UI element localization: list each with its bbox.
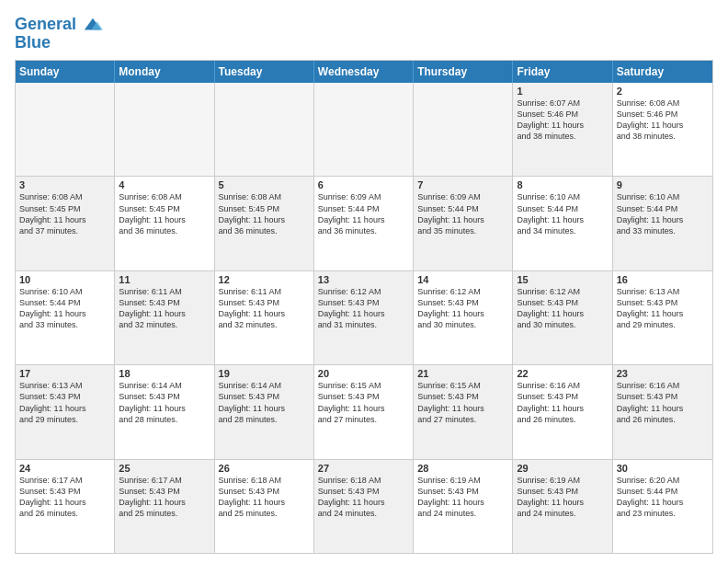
day-number: 15 xyxy=(517,274,608,285)
day-number: 19 xyxy=(219,368,310,379)
calendar-cell: 15Sunrise: 6:12 AM Sunset: 5:43 PM Dayli… xyxy=(513,271,612,364)
day-number: 13 xyxy=(318,274,409,285)
calendar-cell: 27Sunrise: 6:18 AM Sunset: 5:43 PM Dayli… xyxy=(314,460,414,553)
calendar-body: 1Sunrise: 6:07 AM Sunset: 5:46 PM Daylig… xyxy=(16,83,712,553)
calendar-cell: 26Sunrise: 6:18 AM Sunset: 5:43 PM Dayli… xyxy=(215,460,314,553)
day-info: Sunrise: 6:19 AM Sunset: 5:43 PM Dayligh… xyxy=(517,475,608,520)
day-number: 26 xyxy=(219,463,310,474)
calendar-cell: 20Sunrise: 6:15 AM Sunset: 5:43 PM Dayli… xyxy=(314,365,414,458)
day-number: 8 xyxy=(517,179,608,190)
calendar-cell: 17Sunrise: 6:13 AM Sunset: 5:43 PM Dayli… xyxy=(16,365,115,458)
calendar-cell: 2Sunrise: 6:08 AM Sunset: 5:46 PM Daylig… xyxy=(613,83,712,176)
day-info: Sunrise: 6:17 AM Sunset: 5:43 PM Dayligh… xyxy=(19,475,110,520)
header-cell-tuesday: Tuesday xyxy=(215,61,314,83)
calendar-cell: 9Sunrise: 6:10 AM Sunset: 5:44 PM Daylig… xyxy=(613,177,712,270)
calendar-cell: 3Sunrise: 6:08 AM Sunset: 5:45 PM Daylig… xyxy=(16,177,115,270)
calendar-row-4: 17Sunrise: 6:13 AM Sunset: 5:43 PM Dayli… xyxy=(16,365,712,459)
header: General Blue xyxy=(15,11,713,52)
day-info: Sunrise: 6:12 AM Sunset: 5:43 PM Dayligh… xyxy=(517,286,608,331)
calendar-cell: 19Sunrise: 6:14 AM Sunset: 5:43 PM Dayli… xyxy=(215,365,314,458)
day-number: 30 xyxy=(617,463,709,474)
calendar-cell: 7Sunrise: 6:09 AM Sunset: 5:44 PM Daylig… xyxy=(414,177,513,270)
logo-blue: Blue xyxy=(15,33,103,52)
calendar-cell: 4Sunrise: 6:08 AM Sunset: 5:45 PM Daylig… xyxy=(115,177,214,270)
calendar-cell: 6Sunrise: 6:09 AM Sunset: 5:44 PM Daylig… xyxy=(314,177,414,270)
calendar-cell: 5Sunrise: 6:08 AM Sunset: 5:45 PM Daylig… xyxy=(215,177,314,270)
day-number: 22 xyxy=(517,368,608,379)
calendar-cell: 25Sunrise: 6:17 AM Sunset: 5:43 PM Dayli… xyxy=(115,460,214,553)
calendar-cell: 23Sunrise: 6:16 AM Sunset: 5:43 PM Dayli… xyxy=(613,365,712,458)
calendar-cell xyxy=(115,83,214,176)
header-cell-wednesday: Wednesday xyxy=(314,61,414,83)
day-info: Sunrise: 6:12 AM Sunset: 5:43 PM Dayligh… xyxy=(318,286,409,331)
day-info: Sunrise: 6:08 AM Sunset: 5:46 PM Dayligh… xyxy=(617,98,709,143)
day-info: Sunrise: 6:08 AM Sunset: 5:45 PM Dayligh… xyxy=(119,191,210,236)
calendar-row-5: 24Sunrise: 6:17 AM Sunset: 5:43 PM Dayli… xyxy=(16,460,712,553)
calendar-cell: 30Sunrise: 6:20 AM Sunset: 5:44 PM Dayli… xyxy=(613,460,712,553)
day-info: Sunrise: 6:19 AM Sunset: 5:43 PM Dayligh… xyxy=(417,475,508,520)
calendar-cell: 29Sunrise: 6:19 AM Sunset: 5:43 PM Dayli… xyxy=(513,460,612,553)
logo-text: General xyxy=(15,15,103,35)
calendar-cell: 10Sunrise: 6:10 AM Sunset: 5:44 PM Dayli… xyxy=(16,271,115,364)
day-info: Sunrise: 6:15 AM Sunset: 5:43 PM Dayligh… xyxy=(417,380,508,425)
calendar-cell: 11Sunrise: 6:11 AM Sunset: 5:43 PM Dayli… xyxy=(115,271,214,364)
day-number: 29 xyxy=(517,463,608,474)
calendar-header: SundayMondayTuesdayWednesdayThursdayFrid… xyxy=(16,61,712,83)
day-number: 17 xyxy=(19,368,110,379)
day-info: Sunrise: 6:18 AM Sunset: 5:43 PM Dayligh… xyxy=(219,475,310,520)
header-cell-sunday: Sunday xyxy=(16,61,115,83)
day-number: 28 xyxy=(417,463,508,474)
logo: General Blue xyxy=(15,15,103,52)
day-info: Sunrise: 6:08 AM Sunset: 5:45 PM Dayligh… xyxy=(219,191,310,236)
calendar-cell xyxy=(414,83,513,176)
day-info: Sunrise: 6:13 AM Sunset: 5:43 PM Dayligh… xyxy=(19,380,110,425)
day-info: Sunrise: 6:12 AM Sunset: 5:43 PM Dayligh… xyxy=(417,286,508,331)
calendar-cell: 21Sunrise: 6:15 AM Sunset: 5:43 PM Dayli… xyxy=(414,365,513,458)
day-info: Sunrise: 6:11 AM Sunset: 5:43 PM Dayligh… xyxy=(119,286,210,331)
day-info: Sunrise: 6:13 AM Sunset: 5:43 PM Dayligh… xyxy=(617,286,709,331)
header-cell-monday: Monday xyxy=(115,61,214,83)
day-info: Sunrise: 6:20 AM Sunset: 5:44 PM Dayligh… xyxy=(617,475,709,520)
calendar-row-2: 3Sunrise: 6:08 AM Sunset: 5:45 PM Daylig… xyxy=(16,177,712,270)
day-number: 7 xyxy=(417,179,508,190)
calendar-cell: 24Sunrise: 6:17 AM Sunset: 5:43 PM Dayli… xyxy=(16,460,115,553)
calendar-cell: 28Sunrise: 6:19 AM Sunset: 5:43 PM Dayli… xyxy=(414,460,513,553)
calendar-cell: 22Sunrise: 6:16 AM Sunset: 5:43 PM Dayli… xyxy=(513,365,612,458)
header-cell-friday: Friday xyxy=(513,61,612,83)
day-number: 2 xyxy=(617,86,709,97)
calendar-cell: 12Sunrise: 6:11 AM Sunset: 5:43 PM Dayli… xyxy=(215,271,314,364)
day-info: Sunrise: 6:17 AM Sunset: 5:43 PM Dayligh… xyxy=(119,475,210,520)
day-number: 16 xyxy=(617,274,709,285)
day-info: Sunrise: 6:15 AM Sunset: 5:43 PM Dayligh… xyxy=(318,380,409,425)
day-info: Sunrise: 6:10 AM Sunset: 5:44 PM Dayligh… xyxy=(517,191,608,236)
calendar-cell xyxy=(16,83,115,176)
calendar-cell xyxy=(314,83,414,176)
day-number: 23 xyxy=(617,368,709,379)
day-number: 21 xyxy=(417,368,508,379)
calendar-row-3: 10Sunrise: 6:10 AM Sunset: 5:44 PM Dayli… xyxy=(16,271,712,365)
day-number: 20 xyxy=(318,368,409,379)
header-cell-thursday: Thursday xyxy=(414,61,513,83)
day-info: Sunrise: 6:16 AM Sunset: 5:43 PM Dayligh… xyxy=(617,380,709,425)
calendar-cell: 13Sunrise: 6:12 AM Sunset: 5:43 PM Dayli… xyxy=(314,271,414,364)
calendar-cell: 8Sunrise: 6:10 AM Sunset: 5:44 PM Daylig… xyxy=(513,177,612,270)
calendar-cell xyxy=(215,83,314,176)
day-number: 10 xyxy=(19,274,110,285)
day-info: Sunrise: 6:10 AM Sunset: 5:44 PM Dayligh… xyxy=(19,286,110,331)
day-info: Sunrise: 6:18 AM Sunset: 5:43 PM Dayligh… xyxy=(318,475,409,520)
calendar-cell: 16Sunrise: 6:13 AM Sunset: 5:43 PM Dayli… xyxy=(613,271,712,364)
day-number: 25 xyxy=(119,463,210,474)
day-info: Sunrise: 6:09 AM Sunset: 5:44 PM Dayligh… xyxy=(318,191,409,236)
day-number: 6 xyxy=(318,179,409,190)
day-number: 14 xyxy=(417,274,508,285)
day-number: 9 xyxy=(617,179,709,190)
day-number: 5 xyxy=(219,179,310,190)
day-number: 3 xyxy=(19,179,110,190)
calendar: SundayMondayTuesdayWednesdayThursdayFrid… xyxy=(15,60,713,554)
logo-icon xyxy=(83,15,103,35)
day-info: Sunrise: 6:08 AM Sunset: 5:45 PM Dayligh… xyxy=(19,191,110,236)
day-info: Sunrise: 6:09 AM Sunset: 5:44 PM Dayligh… xyxy=(417,191,508,236)
calendar-cell: 18Sunrise: 6:14 AM Sunset: 5:43 PM Dayli… xyxy=(115,365,214,458)
day-number: 27 xyxy=(318,463,409,474)
day-info: Sunrise: 6:07 AM Sunset: 5:46 PM Dayligh… xyxy=(517,98,608,143)
